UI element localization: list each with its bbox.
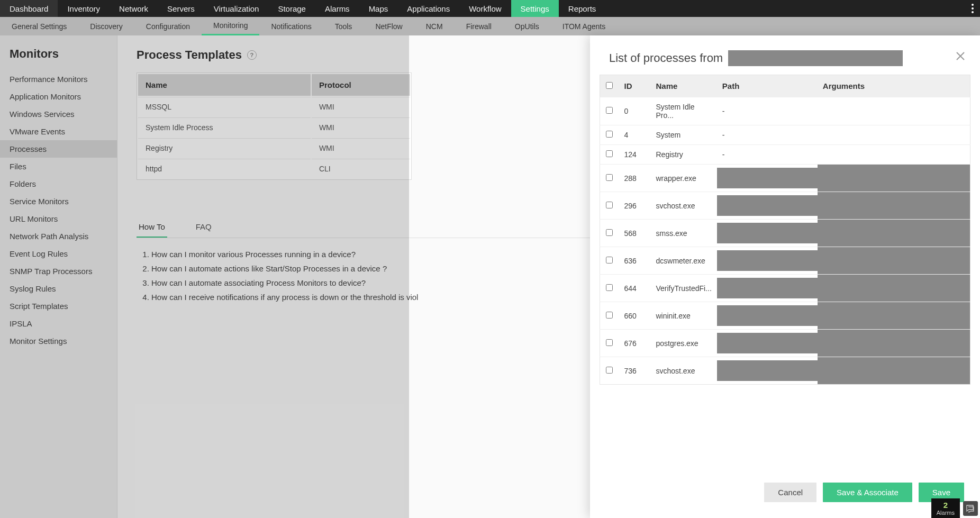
row-checkbox-cell <box>600 165 619 192</box>
sidebar-item-ipsla[interactable]: IPSLA <box>0 315 117 332</box>
process-row[interactable]: 0System Idle Pro...- <box>600 97 970 125</box>
process-row[interactable]: 288wrapper.exe <box>600 165 970 192</box>
sidebar-item-performance-monitors[interactable]: Performance Monitors <box>0 70 117 88</box>
process-id: 296 <box>619 192 651 220</box>
subnav-notifications[interactable]: Notifications <box>259 17 323 35</box>
process-name: Registry <box>651 145 717 165</box>
col-path[interactable]: Path <box>717 75 818 97</box>
sidebar-item-service-monitors[interactable]: Service Monitors <box>0 193 117 210</box>
row-checkbox[interactable] <box>606 367 613 374</box>
subnav-netflow[interactable]: NetFlow <box>364 17 414 35</box>
process-id: 0 <box>619 97 651 125</box>
row-checkbox[interactable] <box>606 107 613 114</box>
sidebar-item-script-templates[interactable]: Script Templates <box>0 297 117 315</box>
row-checkbox[interactable] <box>606 312 613 319</box>
subnav-ncm[interactable]: NCM <box>414 17 455 35</box>
topnav-storage[interactable]: Storage <box>268 0 315 17</box>
topnav-applications[interactable]: Applications <box>397 0 459 17</box>
subnav-oputils[interactable]: OpUtils <box>503 17 551 35</box>
sidebar-item-event-log-rules[interactable]: Event Log Rules <box>0 245 117 262</box>
topnav-alarms[interactable]: Alarms <box>315 0 359 17</box>
process-row[interactable]: 568smss.exe <box>600 220 970 247</box>
sidebar-item-url-monitors[interactable]: URL Monitors <box>0 210 117 228</box>
process-path: - <box>717 125 818 145</box>
template-row[interactable]: httpdCLI <box>138 159 410 178</box>
subnav-itom-agents[interactable]: ITOM Agents <box>551 17 617 35</box>
process-id: 288 <box>619 165 651 192</box>
topnav-settings[interactable]: Settings <box>511 0 559 17</box>
row-checkbox[interactable] <box>606 202 613 208</box>
panel-footer: Cancel Save & Associate Save <box>590 473 980 518</box>
row-checkbox[interactable] <box>606 339 613 346</box>
row-checkbox[interactable] <box>606 131 613 138</box>
topnav-maps[interactable]: Maps <box>359 0 398 17</box>
alarm-widget[interactable]: 2 Alarms <box>931 498 960 518</box>
process-row[interactable]: 644VerifyTrustedFi... <box>600 275 970 302</box>
more-icon[interactable] <box>965 4 980 13</box>
process-name: wrapper.exe <box>651 165 717 192</box>
subnav-monitoring[interactable]: Monitoring <box>202 17 259 35</box>
col-name[interactable]: Name <box>138 74 311 96</box>
sidebar-item-monitor-settings[interactable]: Monitor Settings <box>0 332 117 350</box>
row-checkbox[interactable] <box>606 284 613 291</box>
topnav-virtualization[interactable]: Virtualization <box>204 0 269 17</box>
row-checkbox[interactable] <box>606 229 613 236</box>
process-arguments <box>818 145 970 165</box>
select-all-checkbox[interactable] <box>606 82 613 89</box>
process-path <box>717 220 818 247</box>
process-row[interactable]: 636dcswmeter.exe <box>600 247 970 275</box>
topnav-inventory[interactable]: Inventory <box>58 0 110 17</box>
row-checkbox[interactable] <box>606 150 613 157</box>
process-id: 568 <box>619 220 651 247</box>
process-row[interactable]: 296svchost.exe <box>600 192 970 220</box>
col-protocol[interactable]: Protocol <box>312 74 410 96</box>
template-protocol: CLI <box>312 159 410 178</box>
subnav-configuration[interactable]: Configuration <box>134 17 202 35</box>
subnav-firewall[interactable]: Firewall <box>455 17 503 35</box>
template-row[interactable]: System Idle ProcessWMI <box>138 117 410 137</box>
template-row[interactable]: MSSQLWMI <box>138 97 410 116</box>
topnav-servers[interactable]: Servers <box>158 0 204 17</box>
close-icon[interactable] <box>956 50 965 64</box>
sidebar-item-snmp-trap-processors[interactable]: SNMP Trap Processors <box>0 262 117 280</box>
subnav-discovery[interactable]: Discovery <box>78 17 134 35</box>
chat-icon[interactable] <box>963 501 978 516</box>
tab-faq[interactable]: FAQ <box>194 217 214 238</box>
topnav-reports[interactable]: Reports <box>559 0 606 17</box>
process-row[interactable]: 660wininit.exe <box>600 302 970 330</box>
sidebar-item-processes[interactable]: Processes <box>0 140 117 158</box>
process-row[interactable]: 676postgres.exe <box>600 330 970 357</box>
process-arguments <box>818 97 970 125</box>
template-row[interactable]: RegistryWMI <box>138 138 410 158</box>
process-id: 676 <box>619 330 651 357</box>
sidebar-item-application-monitors[interactable]: Application Monitors <box>0 88 117 105</box>
col-id[interactable]: ID <box>619 75 651 97</box>
process-row[interactable]: 124Registry- <box>600 145 970 165</box>
topnav-workflow[interactable]: Workflow <box>459 0 511 17</box>
topnav-dashboard[interactable]: Dashboard <box>0 0 58 17</box>
process-id: 736 <box>619 357 651 385</box>
sidebar-item-windows-services[interactable]: Windows Services <box>0 105 117 123</box>
col-name[interactable]: Name <box>651 75 717 97</box>
row-checkbox[interactable] <box>606 174 613 181</box>
subnav-general-settings[interactable]: General Settings <box>0 17 78 35</box>
sidebar-item-files[interactable]: Files <box>0 158 117 175</box>
panel-title: List of processes from <box>609 51 723 65</box>
sidebar-item-folders[interactable]: Folders <box>0 175 117 193</box>
tab-how-to[interactable]: How To <box>137 217 167 238</box>
help-icon[interactable]: ? <box>247 50 257 60</box>
sidebar-item-vmware-events[interactable]: VMware Events <box>0 123 117 140</box>
row-checkbox[interactable] <box>606 257 613 263</box>
subnav-tools[interactable]: Tools <box>323 17 364 35</box>
topnav-network[interactable]: Network <box>110 0 158 17</box>
sidebar-item-syslog-rules[interactable]: Syslog Rules <box>0 280 117 297</box>
process-row[interactable]: 736svchost.exe <box>600 357 970 385</box>
sidebar-item-network-path-analysis[interactable]: Network Path Analysis <box>0 228 117 245</box>
sidebar-title: Monitors <box>0 41 117 70</box>
col-arguments[interactable]: Arguments <box>818 75 970 97</box>
save-associate-button[interactable]: Save & Associate <box>823 483 912 502</box>
row-checkbox-cell <box>600 125 619 145</box>
cancel-button[interactable]: Cancel <box>764 483 816 502</box>
process-row[interactable]: 4System- <box>600 125 970 145</box>
alarm-label: Alarms <box>937 510 955 516</box>
